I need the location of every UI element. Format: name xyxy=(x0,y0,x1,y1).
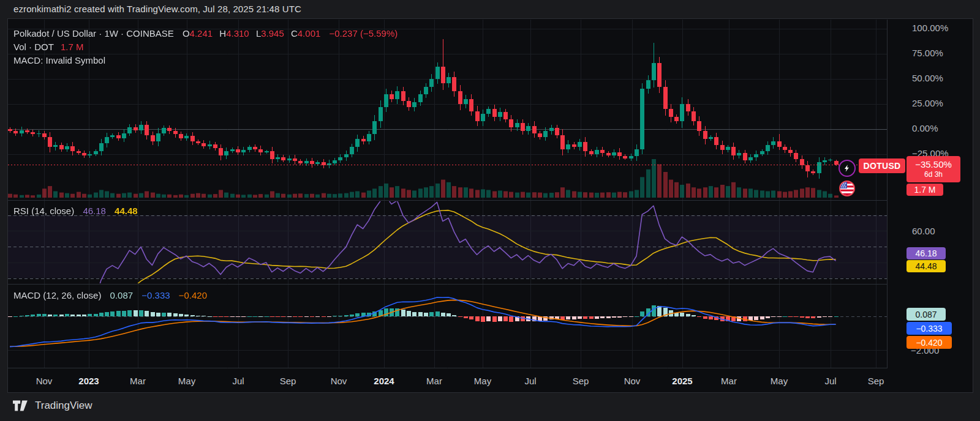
price-chart-canvas[interactable] xyxy=(8,20,888,368)
high-label: H xyxy=(219,28,226,39)
open-value: 4.241 xyxy=(190,28,213,39)
symbol-marker-badge[interactable]: DOTUSD xyxy=(859,158,905,173)
time-axis-label: Sep xyxy=(280,376,296,386)
price-axis-label: 50.00% xyxy=(912,73,943,83)
volume-value: 1.7 M xyxy=(61,42,84,52)
time-axis-label: Sep xyxy=(868,376,884,386)
macd-hist-value: 0.087 xyxy=(110,290,134,300)
volume-row: Vol · DOT 1.7 M xyxy=(13,40,398,54)
symbol-title: Polkadot / US Dollar · 1W · COINBASE xyxy=(13,28,174,39)
time-axis-label: Nov xyxy=(331,376,347,386)
volume-label: Vol · DOT xyxy=(13,42,54,52)
rsi-ma-axis-badge: 44.48 xyxy=(907,260,946,272)
time-axis-label: 2023 xyxy=(78,376,99,386)
macd-line-axis-badge: −0.333 xyxy=(907,322,952,335)
time-axis-label: May xyxy=(474,376,491,386)
time-axis-label: May xyxy=(178,376,195,386)
time-axis-label: Jul xyxy=(824,376,836,386)
rsi-value: 46.18 xyxy=(83,206,106,216)
symbol-legend[interactable]: Polkadot / US Dollar · 1W · COINBASE O4.… xyxy=(13,27,398,67)
macd-status-text: MACD: Invalid Symbol xyxy=(13,55,105,65)
lightning-bolt-icon xyxy=(843,164,851,173)
low-label: L xyxy=(256,28,261,39)
time-axis-label: Sep xyxy=(573,376,589,386)
last-price-pct: −35.50% xyxy=(915,160,952,170)
time-axis-label: Mar xyxy=(130,376,146,386)
time-axis-label: Nov xyxy=(624,376,641,386)
volume-axis-badge: 1.7 M xyxy=(907,184,943,196)
last-price-badge: −35.50% 6d 3h xyxy=(907,156,960,182)
macd-status-row: MACD: Invalid Symbol xyxy=(13,54,398,67)
macd-hist-axis-badge: 0.087 xyxy=(907,308,946,321)
rsi-ma-value: 44.48 xyxy=(115,206,138,216)
low-value: 3.945 xyxy=(261,28,284,39)
instant-trading-icon[interactable] xyxy=(839,160,856,177)
tradingview-brand-text: TradingView xyxy=(35,400,92,412)
time-axis-label: Mar xyxy=(721,376,737,386)
bar-countdown: 6d 3h xyxy=(924,170,943,179)
time-axis-label: May xyxy=(771,376,788,386)
rsi-axis-tick: 60.00 xyxy=(912,226,935,236)
tradingview-logo-icon xyxy=(13,400,30,411)
close-value: 4.001 xyxy=(298,28,321,39)
time-axis-label: Jul xyxy=(232,376,244,386)
macd-signal-value: −0.420 xyxy=(179,290,207,300)
macd-signal-axis-badge: −0.420 xyxy=(907,336,952,349)
price-axis-label: 25.00% xyxy=(912,98,943,108)
close-label: C xyxy=(291,28,298,39)
footer-bar: TradingView xyxy=(0,393,980,421)
price-axis-label: 0.00% xyxy=(912,123,938,133)
open-label: O xyxy=(183,28,190,39)
ohlc-row: Polkadot / US Dollar · 1W · COINBASE O4.… xyxy=(13,27,398,40)
macd-line-value: −0.333 xyxy=(141,290,170,300)
time-axis-label: Nov xyxy=(36,376,53,386)
snapshot-page: ezronkimathi2 created with TradingView.c… xyxy=(0,0,980,421)
high-value: 4.310 xyxy=(226,28,249,39)
macd-label: MACD (12, 26, close) xyxy=(13,290,101,300)
time-axis-label: 2025 xyxy=(672,376,692,386)
macd-legend[interactable]: MACD (12, 26, close) 0.087 −0.333 −0.420 xyxy=(13,290,207,300)
time-axis-label: Mar xyxy=(426,376,442,386)
rsi-label: RSI (14, close) xyxy=(13,206,74,216)
rsi-axis-badge: 46.18 xyxy=(907,247,946,259)
price-axis-label: 100.00% xyxy=(912,23,948,33)
price-axis-label: 75.00% xyxy=(912,48,943,58)
rsi-legend[interactable]: RSI (14, close) 46.18 44.48 xyxy=(13,206,138,216)
time-axis-label: 2024 xyxy=(374,376,394,386)
us-flag-graphic xyxy=(840,182,854,195)
change-value: −0.237 (−5.59%) xyxy=(330,28,398,39)
attribution-text: ezronkimathi2 created with TradingView.c… xyxy=(13,4,301,14)
time-axis-label: Jul xyxy=(524,376,536,386)
tradingview-brand[interactable]: TradingView xyxy=(13,400,92,412)
us-flag-icon xyxy=(839,181,855,196)
attribution-bar: ezronkimathi2 created with TradingView.c… xyxy=(0,0,980,18)
